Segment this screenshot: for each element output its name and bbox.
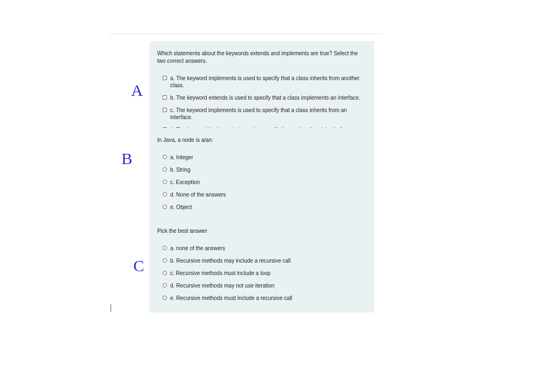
top-rule <box>109 34 382 34</box>
option-label: d. None of the answers <box>170 191 226 198</box>
text-cursor <box>111 304 111 312</box>
option-label: c. The keyword implements is used to spe… <box>170 107 366 121</box>
option-row: e. Object <box>163 204 366 211</box>
question-card-2: In Java, a node is a/an: a. Integer b. S… <box>150 128 374 221</box>
question-prompt: Pick the best answer <box>157 227 366 235</box>
option-radio[interactable] <box>163 246 167 250</box>
option-label: e. Recursive methods must include a recu… <box>170 295 292 302</box>
handwritten-label-b: B <box>121 149 132 168</box>
question-card-3: Pick the best answer a. none of the answ… <box>150 219 374 312</box>
option-row: a. none of the answers <box>163 245 366 252</box>
option-label: c. Recursive methods must include a loop <box>170 270 270 277</box>
option-radio[interactable] <box>163 271 167 275</box>
option-label: c. Exception <box>170 179 199 186</box>
option-radio[interactable] <box>163 283 167 288</box>
option-row: a. Integer <box>163 154 366 161</box>
option-checkbox[interactable] <box>163 108 167 112</box>
question-prompt: Which statements about the keywords exte… <box>157 50 366 65</box>
option-radio[interactable] <box>163 180 167 184</box>
option-radio[interactable] <box>163 167 167 172</box>
option-row: b. String <box>163 166 366 173</box>
option-row: c. Exception <box>163 179 366 186</box>
option-checkbox[interactable] <box>163 76 167 80</box>
option-row: d. Recursive methods may not use iterati… <box>163 282 366 289</box>
option-checkbox[interactable] <box>163 95 167 100</box>
option-row: c. The keyword implements is used to spe… <box>163 107 366 121</box>
option-radio[interactable] <box>163 192 167 197</box>
option-radio[interactable] <box>163 296 167 300</box>
option-label: b. Recursive methods may include a recur… <box>170 257 291 264</box>
option-label: d. Recursive methods may not use iterati… <box>170 282 274 289</box>
option-label: a. none of the answers <box>170 245 225 252</box>
option-label: b. String <box>170 166 190 173</box>
option-label: b. The keyword extends is used to specif… <box>170 94 360 101</box>
option-row: e. Recursive methods must include a recu… <box>163 295 366 302</box>
option-row: a. The keyword implements is used to spe… <box>163 75 366 89</box>
option-radio[interactable] <box>163 205 167 209</box>
option-row: c. Recursive methods must include a loop <box>163 270 366 277</box>
option-label: a. Integer <box>170 154 193 161</box>
option-label: e. Object <box>170 204 192 211</box>
option-row: d. None of the answers <box>163 191 366 198</box>
option-row: b. Recursive methods may include a recur… <box>163 257 366 264</box>
handwritten-label-a: A <box>131 81 143 100</box>
handwritten-label-c: C <box>133 257 144 275</box>
question-prompt: In Java, a node is a/an: <box>157 136 366 144</box>
option-radio[interactable] <box>163 155 167 159</box>
option-label: a. The keyword implements is used to spe… <box>170 75 366 89</box>
option-row: b. The keyword extends is used to specif… <box>163 94 366 101</box>
page: A B C Which statements about the keyword… <box>0 0 555 392</box>
option-radio[interactable] <box>163 258 167 263</box>
